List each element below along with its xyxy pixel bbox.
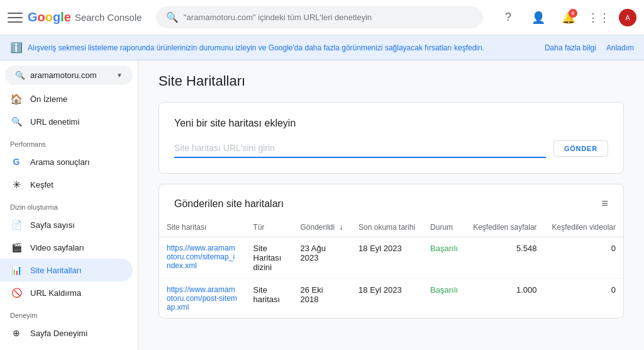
topbar-left: Google Search Console [8, 10, 146, 25]
dismiss-button[interactable]: Anladım [606, 43, 634, 52]
sitemap-icon: 📊 [10, 264, 23, 276]
property-name: aramamotoru.com [30, 71, 111, 80]
sitemaps-table-wrap: Site haritası Tür Gönderildi ↓ Son okuma… [159, 218, 623, 318]
layout: 🔍 aramamotoru.com ▼ 🏠 Ön İzleme 🔍 URL de… [0, 58, 644, 334]
table-header-row: Site haritası Tür Gönderildi ↓ Son okuma… [159, 218, 623, 237]
sidebar-item-sayfa-deneyimi[interactable]: ⊕ Sayfa Deneyimi [0, 322, 133, 334]
notifications-button[interactable]: 🔔 8 [558, 8, 579, 28]
user-avatar[interactable]: A [619, 9, 636, 26]
apps-button[interactable]: ⋮⋮ [589, 8, 609, 28]
cell-gonderildi-1: 26 Eki 2018 [293, 279, 352, 319]
sitemap-url-input[interactable] [174, 139, 546, 158]
sidebar-item-kesif[interactable]: ✳ Keşfet [0, 173, 133, 196]
accounts-icon: 👤 [531, 11, 545, 25]
sidebar-label-url-denetimi: URL denetimi [30, 117, 79, 127]
sidebar-item-arama-sonuclari[interactable]: G Arama sonuçları [0, 150, 133, 173]
section-label-deneyim: Deneyim [0, 307, 138, 322]
topbar: Google Search Console 🔍 ? 👤 🔔 8 ⋮⋮ A [0, 0, 644, 35]
banner-actions: Daha fazla bilgi Anladım [545, 43, 634, 52]
help-button[interactable]: ? [498, 8, 518, 28]
col-son-okuma: Son okuma tarihi [351, 218, 423, 237]
banner-message: ℹ️ Alışveriş sekmesi listeleme raporunda… [10, 42, 484, 54]
col-tur: Tür [246, 218, 293, 237]
cell-son-okuma-0: 18 Eyl 2023 [351, 237, 423, 279]
sidebar-label-on-izleme: Ön İzleme [30, 94, 67, 104]
experience-icon: ⊕ [10, 327, 23, 334]
sidebar-label-kesif: Keşfet [30, 180, 53, 189]
remove-icon: 🚫 [10, 286, 23, 299]
property-selector[interactable]: 🔍 aramamotoru.com ▼ [5, 65, 133, 85]
cell-son-okuma-1: 18 Eyl 2023 [351, 279, 423, 319]
sidebar-label-deneyim: Sayfa Deneyimi [30, 329, 87, 334]
cell-durum-1: Başarılı [423, 279, 465, 319]
sidebar-label-sayfa: Sayfa sayısı [30, 220, 75, 230]
submitted-header: Gönderilen site haritaları ≡ [159, 184, 623, 218]
sidebar-item-video-sayfalari[interactable]: 🎬 Video sayfaları [0, 236, 133, 259]
sidebar-label-video: Video sayfaları [30, 243, 84, 252]
sidebar: 🔍 aramamotoru.com ▼ 🏠 Ön İzleme 🔍 URL de… [0, 58, 138, 334]
dropdown-icon: ▼ [116, 72, 123, 79]
sidebar-label-arama: Arama sonuçları [30, 157, 90, 167]
col-gonderildi[interactable]: Gönderildi ↓ [293, 218, 352, 237]
cell-url-0[interactable]: https://www.aramamotoru.com/sitemap_inde… [159, 237, 246, 279]
add-sitemap-title: Yeni bir site haritası ekleyin [174, 118, 608, 129]
sidebar-item-site-haritalari[interactable]: 📊 Site Haritalları [0, 259, 133, 281]
google-g-icon: G [10, 155, 23, 168]
info-icon: ℹ️ [10, 42, 23, 54]
sidebar-section-deneyim: Deneyim ⊕ Sayfa Deneyimi [0, 307, 138, 334]
sidebar-item-on-izleme[interactable]: 🏠 Ön İzleme [0, 88, 133, 110]
col-kesfedilen-videolar: Keşfedilen videolar [545, 218, 623, 237]
discover-icon: ✳ [10, 178, 23, 191]
cell-tur-1: Site haritası [246, 279, 293, 319]
col-durum: Durum [423, 218, 465, 237]
search-bar[interactable]: 🔍 [156, 6, 483, 28]
page-title: Site Haritalları [158, 73, 624, 89]
learn-more-link[interactable]: Daha fazla bilgi [545, 43, 596, 52]
main-content: Site Haritalları Yeni bir site haritası … [138, 58, 644, 334]
submitted-title: Gönderilen site haritaları [174, 198, 284, 210]
sidebar-item-url-kaldirma[interactable]: 🚫 URL Kaldırma [0, 281, 133, 304]
sidebar-section-performans: Performans G Arama sonuçları ✳ Keşfet [0, 135, 138, 196]
add-sitemap-card: Yeni bir site haritası ekleyin GÖNDER [158, 102, 624, 174]
cell-gonderildi-0: 23 Ağu 2023 [293, 237, 352, 279]
submit-sitemap-button[interactable]: GÖNDER [553, 140, 608, 157]
search-input[interactable] [184, 13, 473, 22]
sort-arrow-icon: ↓ [337, 223, 343, 232]
home-icon: 🏠 [10, 93, 23, 105]
col-sitemap: Site haritası [159, 218, 246, 237]
notification-banner: ℹ️ Alışveriş sekmesi listeleme raporunda… [0, 35, 644, 60]
cell-videolar-0: 0 [545, 237, 623, 279]
search-small-icon: 🔍 [15, 71, 25, 80]
menu-icon[interactable] [8, 10, 23, 25]
sidebar-label-sitemap: Site Haritalları [30, 266, 82, 275]
submitted-sitemaps-card: Gönderilen site haritaları ≡ Site harita… [158, 184, 624, 319]
table-row: https://www.aramamotoru.com/sitemap_inde… [159, 237, 623, 279]
sitemap-input-row: GÖNDER [174, 139, 608, 158]
cell-sayfalar-1: 1.000 [465, 279, 544, 319]
app-title: Search Console [75, 12, 142, 23]
cell-durum-0: Başarılı [423, 237, 465, 279]
cell-videolar-1: 0 [545, 279, 623, 319]
cell-url-1[interactable]: https://www.aramamotoru.com/post-sitemap… [159, 279, 246, 319]
accounts-button[interactable]: 👤 [528, 8, 548, 28]
sidebar-section-dizin: Dizin oluşturma 📄 Sayfa sayısı 🎬 Video s… [0, 198, 138, 304]
cell-sayfalar-0: 5.548 [465, 237, 544, 279]
topbar-right: ? 👤 🔔 8 ⋮⋮ A [498, 8, 636, 28]
sidebar-item-url-denetimi[interactable]: 🔍 URL denetimi [0, 110, 133, 133]
google-logo: Google Search Console [28, 10, 142, 25]
apps-icon: ⋮⋮ [587, 11, 610, 25]
search-icon-sidebar: 🔍 [10, 115, 23, 128]
filter-icon[interactable]: ≡ [601, 197, 608, 210]
sidebar-label-url-kaldirma: URL Kaldırma [30, 288, 81, 298]
col-kesfedilen-sayfalar: Keşfedilen sayfalar [465, 218, 544, 237]
cell-tur-0: Site Haritası dizini [246, 237, 293, 279]
section-label-dizin: Dizin oluşturma [0, 198, 138, 213]
banner-text: Alışveriş sekmesi listeleme raporunda ür… [28, 43, 484, 52]
search-icon: 🔍 [166, 11, 179, 23]
sidebar-top-section: 🏠 Ön İzleme 🔍 URL denetimi [0, 88, 138, 133]
notification-count: 8 [569, 9, 577, 18]
page-icon: 📄 [10, 218, 23, 231]
sidebar-item-sayfa-sayisi[interactable]: 📄 Sayfa sayısı [0, 213, 133, 236]
table-row: https://www.aramamotoru.com/post-sitemap… [159, 279, 623, 319]
video-icon: 🎬 [10, 241, 23, 254]
